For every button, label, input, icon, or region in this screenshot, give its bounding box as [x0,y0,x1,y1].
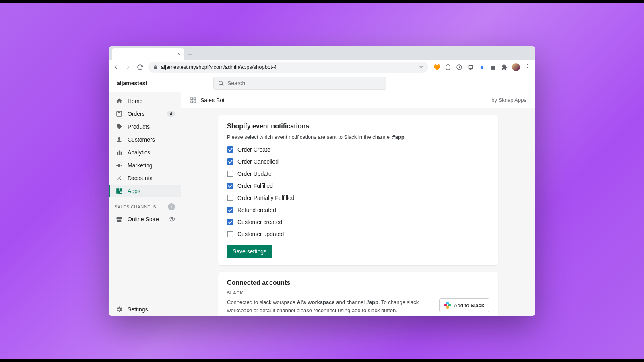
checkbox-order-partially-fulfilled[interactable]: Order Partially Fulfilled [227,195,489,201]
svg-line-2 [222,84,223,86]
svg-point-8 [118,177,119,178]
card-title: Shopify event notifications [227,123,489,130]
svg-rect-12 [116,191,119,194]
checkbox-order-fulfilled[interactable]: Order Fulfilled [227,183,489,189]
bookmark-icon[interactable]: ☆ [419,64,423,70]
sidebar-item-customers[interactable]: Customers [109,133,181,146]
back-button[interactable] [113,64,119,70]
address-bar[interactable]: aljamestest.myshopify.com/admin/apps/sho… [148,62,428,73]
notifications-card: Shopify event notifications Please selec… [218,115,498,265]
checkbox-order-create[interactable]: Order Create [227,146,489,153]
slack-subhead: SLACK [227,290,489,295]
new-tab-button[interactable]: + [184,49,196,60]
sidebar-item-label: Settings [128,306,148,313]
svg-rect-13 [120,191,122,194]
badge: 4 [167,111,175,117]
store-icon [116,216,123,223]
reload-button[interactable] [137,64,143,70]
checkbox-icon [227,171,233,177]
profile-avatar[interactable] [512,63,520,71]
app-icon [190,97,196,103]
sidebar-item-home[interactable]: Home [109,95,181,107]
svg-rect-18 [194,101,196,103]
checkbox-label: Order Update [237,171,272,177]
extension-icons: 🧡 ▣ ◼ ⋮ [433,63,531,72]
discounts-icon [116,175,123,182]
channel-label: Online Store [128,216,159,222]
content-scroll[interactable]: Shopify event notifications Please selec… [181,108,535,316]
sidebar-item-products[interactable]: Products [109,120,181,133]
app-header: aljamestest Search [109,74,535,92]
checkbox-customer-created[interactable]: Customer created [227,219,489,225]
svg-rect-16 [194,98,196,100]
sidebar-item-label: Analytics [128,149,150,156]
ext-icon[interactable] [467,64,474,71]
add-channel-button[interactable]: + [168,203,175,210]
extensions-icon[interactable] [501,64,508,71]
sidebar-item-discounts[interactable]: Discounts [109,172,181,185]
sidebar: HomeOrders4ProductsCustomersAnalyticsMar… [109,92,181,316]
checkbox-customer-updated[interactable]: Customer updated [227,231,489,237]
checkbox-order-update[interactable]: Order Update [227,171,489,177]
checkbox-icon [227,146,233,153]
browser-window: × + aljamestest.myshopify.com/admin/apps… [109,46,535,316]
add-to-slack-button[interactable]: Add to Slack [439,298,489,312]
eye-icon[interactable] [169,216,175,222]
connection-text: Connected to slack worspace Al's workspa… [227,298,431,314]
checkbox-refund-created[interactable]: Refund created [227,207,489,213]
svg-point-14 [171,218,173,220]
svg-rect-10 [116,188,119,191]
checkbox-icon [227,183,233,189]
sidebar-item-label: Discounts [128,175,152,181]
ext-icon[interactable]: 🧡 [433,64,440,71]
sidebar-item-label: Orders [128,111,145,117]
nav-buttons [113,64,143,70]
apps-icon [116,187,123,195]
sidebar-item-analytics[interactable]: Analytics [109,146,181,159]
app-body: HomeOrders4ProductsCustomersAnalyticsMar… [109,92,535,316]
svg-rect-6 [119,151,120,155]
svg-rect-15 [191,98,193,100]
checkbox-label: Order Cancelled [237,158,279,165]
products-icon [116,123,123,130]
close-tab-icon[interactable]: × [177,51,180,57]
sidebar-item-orders[interactable]: Orders4 [109,107,181,120]
save-settings-button[interactable]: Save settings [227,245,272,258]
sidebar-item-marketing[interactable]: Marketing [109,159,181,172]
app-author: by Sknap Apps [491,97,526,103]
checkbox-label: Order Fulfilled [237,183,273,189]
checkbox-order-cancelled[interactable]: Order Cancelled [227,158,489,165]
gear-icon [116,306,123,313]
checkbox-icon [227,231,233,237]
browser-toolbar: aljamestest.myshopify.com/admin/apps/sho… [109,60,535,74]
channel-online-store[interactable]: Online Store [109,213,181,226]
slack-icon [444,302,451,309]
forward-button[interactable] [125,64,131,70]
app-title: Sales Bot [200,97,225,103]
svg-rect-17 [191,101,193,103]
sidebar-item-label: Home [128,98,142,104]
card-title: Connected accounts [227,279,489,286]
checkbox-icon [227,158,233,165]
card-description: Please select which event notifications … [227,134,489,140]
ext-icon[interactable] [456,64,463,71]
search-input[interactable]: Search [213,77,386,90]
orders-icon [116,110,123,117]
browser-menu-icon[interactable]: ⋮ [524,63,531,72]
sidebar-item-label: Apps [128,188,140,194]
search-placeholder: Search [227,80,245,86]
ext-icon[interactable]: ◼ [489,64,497,71]
sidebar-item-apps[interactable]: Apps [109,185,181,197]
svg-rect-7 [121,152,122,155]
ext-icon[interactable] [444,64,452,71]
browser-tab[interactable]: × [112,48,184,60]
checkbox-icon [227,219,233,225]
app-title-bar: Sales Bot by Sknap Apps [181,92,535,108]
sidebar-item-label: Marketing [128,162,152,169]
main-area: Sales Bot by Sknap Apps Shopify event no… [181,92,535,316]
sales-channels-label: SALES CHANNELS + [109,197,181,213]
search-icon [218,80,224,86]
ext-icon[interactable]: ▣ [478,64,485,71]
svg-point-4 [118,137,120,140]
sidebar-item-settings[interactable]: Settings [109,303,181,316]
